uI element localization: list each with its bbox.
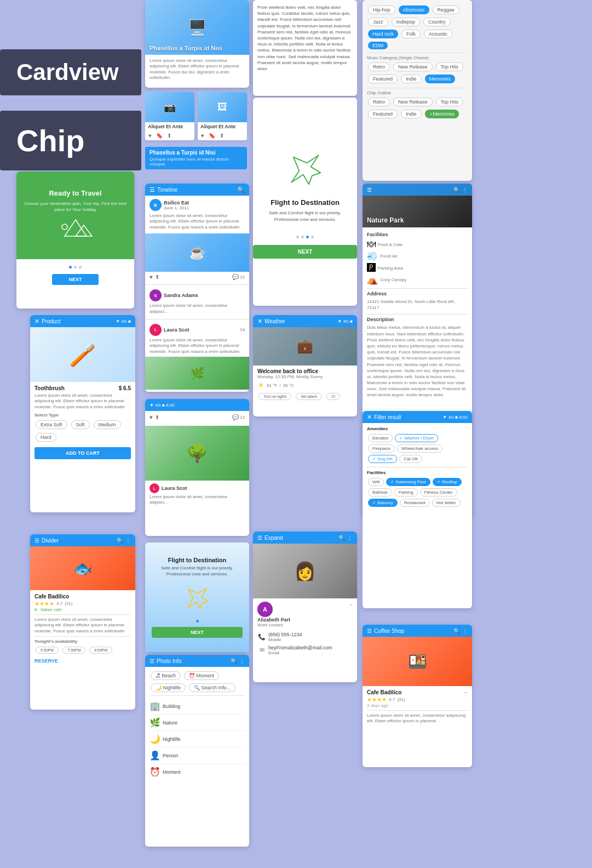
filter-pool[interactable]: ✓ Swimming Pool — [386, 478, 430, 486]
parking-icon: 🅿 — [367, 263, 376, 273]
chip-jazz[interactable]: Jazz — [368, 18, 388, 26]
type-soft[interactable]: Soft — [71, 420, 90, 429]
next-button[interactable]: Next — [52, 274, 98, 285]
divider-more-icon[interactable]: ⋮ — [125, 538, 131, 544]
chip-folk[interactable]: Folk — [401, 30, 421, 38]
chip-memories[interactable]: Memories — [425, 75, 456, 83]
cl-action[interactable]: Cl — [326, 393, 340, 400]
bookmark2-icon[interactable]: 🔖 — [209, 133, 215, 139]
chip-newrelease[interactable]: New Release — [393, 62, 433, 71]
weather-close-icon[interactable]: ✕ — [257, 318, 262, 325]
chip-hiphop[interactable]: Hip-hop — [368, 5, 395, 14]
filter-restaurant2[interactable]: Restaurant — [400, 499, 430, 507]
contact-email: heyFromalizabeth@mail.com — [268, 645, 332, 650]
filter-washer[interactable]: ✓ Washer / Dryer — [395, 434, 438, 442]
nature-park-name: Nature Park — [367, 216, 404, 224]
chip-edm[interactable]: EDM — [368, 42, 388, 49]
heart-icon[interactable]: ♥ — [148, 133, 152, 139]
svg-marker-1 — [76, 225, 92, 236]
chip-tophits[interactable]: Top Hits — [436, 62, 464, 71]
nature-menu-icon[interactable]: ☰ — [367, 187, 372, 193]
nature-search-icon[interactable]: 🔍 — [453, 187, 460, 193]
chip-indie[interactable]: Indie — [401, 75, 422, 83]
chip-acoustic[interactable]: Acoustic — [424, 30, 452, 38]
filter-parking[interactable]: Parking — [394, 488, 418, 496]
photo-menu-icon[interactable]: ☰ — [150, 658, 154, 664]
expand-menu-icon[interactable]: ☰ — [257, 535, 262, 541]
coffee-search-icon[interactable]: 🔍 — [453, 628, 460, 634]
timeline-menu-icon[interactable]: ☰ — [150, 186, 155, 193]
coffee-more-icon[interactable]: ⋮ — [462, 628, 468, 634]
type-extrasoft[interactable]: Extra Soft — [36, 420, 67, 429]
filter-balcony[interactable]: ✓ Balcony — [368, 499, 398, 507]
expand-chevron-icon[interactable]: ⌄ — [349, 602, 353, 607]
post-comment2[interactable]: 💬 — [232, 414, 239, 420]
bookmark-icon[interactable]: 🔖 — [156, 133, 163, 139]
filter-wheelchair[interactable]: Wheelchair access — [397, 444, 442, 453]
coffee-time: 3 days ago — [367, 703, 405, 708]
chip-outline-tophits[interactable]: Top Hits — [436, 98, 464, 106]
heart2-icon[interactable]: ♥ — [201, 133, 204, 139]
filter-fireplace[interactable]: Fireplace — [368, 444, 395, 453]
post1-share[interactable]: ⬆ — [155, 274, 159, 280]
turn-on-lights[interactable]: Turn on lights — [258, 393, 291, 400]
chip-retro[interactable]: Retro — [368, 62, 390, 71]
chip-outline-featured[interactable]: Featured — [368, 110, 398, 118]
flight2-next-button[interactable]: Next — [152, 627, 243, 638]
main-card-sub: Quisque imperdiet nunc at massa dictum v… — [150, 157, 243, 167]
chip-afromusic[interactable]: Afromusic — [399, 5, 429, 14]
address-title: Address — [367, 291, 468, 296]
share-icon[interactable]: ⬆ — [167, 133, 171, 139]
type-medium[interactable]: Medium — [94, 420, 121, 429]
time-900[interactable]: 9:00PM — [89, 647, 112, 654]
email-icon-expand: ✉ — [257, 646, 266, 655]
filter-rooftop[interactable]: ✓ Rooftop — [433, 478, 462, 486]
filter-wifi[interactable]: Wifi — [368, 478, 384, 486]
chip-featured[interactable]: Featured — [368, 75, 398, 83]
timeline-search-icon[interactable]: 🔍 — [237, 186, 245, 193]
explore-button[interactable]: EXPLORE — [150, 87, 173, 88]
add-to-cart-button[interactable]: ADD TO CART — [35, 447, 131, 459]
reserve-button[interactable]: RESERVE — [35, 658, 131, 664]
chip-hardrock[interactable]: Hard rock — [368, 30, 398, 38]
photo-search-chip[interactable]: 🔍 Search Info... — [189, 683, 235, 692]
time-530[interactable]: 5:30PM — [36, 647, 59, 654]
chip-outline-newrelease[interactable]: New Release — [393, 98, 433, 106]
chip-outline-indie[interactable]: Indie — [401, 110, 422, 118]
chip-country[interactable]: Country — [423, 18, 451, 26]
photo-more-icon[interactable]: ⋮ — [239, 658, 245, 664]
set-alarm[interactable]: Set alarm — [296, 393, 322, 400]
filter-fitness[interactable]: Fitness Center — [420, 488, 457, 496]
photo-chip-beach[interactable]: 🏖 Beach — [151, 671, 181, 680]
chip-reggae[interactable]: Reggae — [433, 5, 460, 14]
post-share2[interactable]: ⬆ — [155, 414, 159, 420]
type-hard[interactable]: Hard — [36, 433, 56, 442]
post1-comment-icon[interactable]: 💬 — [232, 274, 239, 280]
share2-icon[interactable]: ⬆ — [220, 133, 224, 139]
nature-more-icon[interactable]: ⋮ — [462, 187, 468, 193]
post1-heart[interactable]: ♥ — [150, 274, 153, 280]
filter-bathtub[interactable]: Bathtub — [368, 488, 392, 496]
chip-indiepop[interactable]: Indiepop — [392, 18, 421, 26]
divider-menu-icon[interactable]: ☰ — [35, 538, 39, 544]
coffee-expand-icon[interactable]: ⌄ — [464, 689, 468, 694]
filter-close-icon[interactable]: ✕ — [367, 414, 372, 421]
filter-cat[interactable]: Cat OK — [399, 455, 422, 463]
photo-search-icon[interactable]: 🔍 — [231, 658, 237, 664]
expand-search-icon[interactable]: 🔍 — [338, 535, 345, 541]
filter-elevator[interactable]: Elevator — [368, 434, 393, 442]
chip-outline-memories[interactable]: Memories — [425, 110, 459, 118]
photo-chip-nightlife[interactable]: 🌙 Nightlife — [151, 683, 186, 692]
divider-search-icon[interactable]: 🔍 — [117, 538, 123, 544]
coffee-menu-icon[interactable]: ☰ — [367, 628, 372, 634]
canopy-icon: ⛺ — [367, 275, 378, 285]
post-heart2[interactable]: ♥ — [150, 414, 153, 420]
filter-hotwater[interactable]: Hot Water — [432, 499, 461, 507]
time-730[interactable]: 7:30PM — [62, 647, 85, 654]
photo-chip-moment[interactable]: ⏰ Moment — [184, 671, 219, 680]
product-close-icon[interactable]: ✕ — [35, 318, 39, 325]
expand-more-icon[interactable]: ⋮ — [347, 535, 353, 541]
chip-outline-retro[interactable]: Retro — [368, 98, 390, 106]
filter-dog[interactable]: ✓ Dog DK — [368, 455, 397, 463]
flight-next-button[interactable]: NEXT — [253, 245, 357, 259]
